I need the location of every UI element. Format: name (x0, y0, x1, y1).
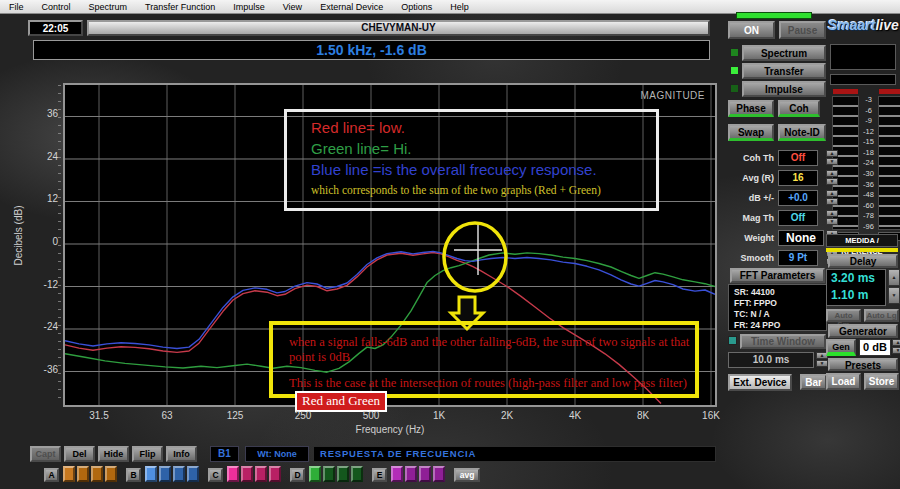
trace-swatch-e4[interactable] (433, 466, 445, 482)
transfer-led (730, 66, 739, 75)
trace-swatch-a3[interactable] (91, 466, 103, 482)
spectrum-led (730, 48, 739, 57)
menu-item-impulse[interactable]: Impulse (224, 2, 274, 12)
menu-item-spectrum[interactable]: Spectrum (80, 2, 137, 12)
level-display-upper (830, 44, 896, 70)
menu-item-help[interactable]: Help (441, 2, 478, 12)
param-spinner[interactable]: ▲▼ (826, 210, 838, 226)
auto-large-button[interactable]: Auto Lg (864, 309, 899, 322)
presets-button[interactable]: Presets (828, 358, 898, 371)
avg-button[interactable]: avg (454, 468, 480, 482)
trace-swatch-c1[interactable] (227, 466, 239, 482)
level-display-lower (830, 74, 896, 85)
trace-group-c-button[interactable]: C (208, 468, 223, 482)
fft-info-line: TC: N / A (734, 309, 826, 320)
store-button[interactable]: Store (864, 373, 899, 390)
spectrum-mode-button[interactable]: Spectrum (742, 45, 826, 61)
gen-button[interactable]: Gen (826, 339, 856, 356)
trace-swatch-b1[interactable] (145, 466, 157, 482)
trace-swatch-d4[interactable] (351, 466, 363, 482)
x-tick-label: 4K (569, 410, 581, 421)
trace-group-a-button[interactable]: A (44, 468, 59, 482)
param-value-weight[interactable]: None (778, 230, 824, 246)
menu-item-external-device[interactable]: External Device (311, 2, 392, 12)
param-value-smooth[interactable]: 9 Pt (778, 250, 818, 266)
trace-swatch-d2[interactable] (323, 466, 335, 482)
param-label: Coh Th (722, 153, 774, 163)
measure-reference-label: MEDIDA / RFERENCE (826, 234, 898, 247)
param-value-db[interactable]: +0.0 (778, 190, 818, 206)
meter-scale-value: -9 (860, 117, 877, 124)
menu-item-transfer-function[interactable]: Transfer Function (136, 2, 224, 12)
trace-swatch-d3[interactable] (337, 466, 349, 482)
trace-group-b-button[interactable]: B (126, 468, 141, 482)
trace-swatch-e3[interactable] (419, 466, 431, 482)
generator-level-display: 0 dB (859, 339, 891, 356)
y-tick-label: 36 (32, 108, 58, 119)
info-button[interactable]: Info (166, 446, 197, 462)
trace-tab-b1[interactable]: B1 (210, 446, 239, 462)
trace-group-d-button[interactable]: D (290, 468, 305, 482)
trace-swatch-b3[interactable] (173, 466, 185, 482)
auto-small-button[interactable]: Auto Sm (826, 309, 861, 322)
trace-swatch-c3[interactable] (255, 466, 267, 482)
trace-swatch-b4[interactable] (187, 466, 199, 482)
param-value-cohth[interactable]: Off (778, 150, 818, 166)
delay-spinner[interactable]: ▲▼ (888, 269, 900, 306)
trace-swatch-e2[interactable] (405, 466, 417, 482)
meter-scale-value: -30 (860, 170, 877, 177)
smaartlive-logo: Smaartlive (828, 17, 900, 37)
bar-button[interactable]: Bar (800, 374, 827, 390)
input-meter-right (878, 96, 900, 230)
generator-level-spinner[interactable]: ▲▼ (892, 339, 900, 355)
x-tick-label: 1K (433, 410, 445, 421)
param-value-avgr[interactable]: 16 (778, 170, 818, 186)
trace-group-e-button[interactable]: E (372, 468, 387, 482)
x-tick-label: 8K (637, 410, 649, 421)
trace-swatch-e1[interactable] (391, 466, 403, 482)
param-label: Mag Th (722, 213, 774, 223)
generator-button[interactable]: Generator (828, 324, 898, 338)
x-tick-label: 63 (161, 410, 172, 421)
legend-note-text: which corresponds to the sum of the two … (311, 180, 656, 200)
param-spinner[interactable]: ▲▼ (826, 170, 838, 186)
phase-button[interactable]: Phase (728, 100, 774, 117)
red-green-badge: Red and Green (295, 391, 387, 412)
trace-swatch-a2[interactable] (77, 466, 89, 482)
x-tick-label: 250 (295, 410, 312, 421)
param-spinner[interactable]: ▲▼ (826, 150, 838, 166)
fft-parameters-button[interactable]: FFT Parameters (730, 268, 825, 283)
hide-button[interactable]: Hide (98, 446, 129, 462)
menu-item-options[interactable]: Options (392, 2, 441, 12)
x-axis-label: Frequency (Hz) (330, 424, 450, 435)
flip-button[interactable]: Flip (132, 446, 163, 462)
trace-swatch-b2[interactable] (159, 466, 171, 482)
callout-annotation-box: when a signal falls-6dB and the other fa… (269, 321, 699, 398)
weighting-field[interactable]: Wt: None (245, 446, 309, 462)
trace-swatch-a1[interactable] (63, 466, 75, 482)
trace-title-field[interactable]: RESPUESTA DE FRECUENCIA (313, 446, 716, 462)
time-window-button[interactable]: Time Window (740, 334, 826, 349)
trace-swatch-a4[interactable] (105, 466, 117, 482)
param-value-magth[interactable]: Off (778, 210, 818, 226)
coh-button[interactable]: Coh (778, 100, 820, 117)
pause-button[interactable]: Pause (779, 21, 826, 39)
ext-device-button[interactable]: Ext. Device (728, 374, 792, 391)
param-spinner[interactable]: ▲▼ (826, 190, 838, 206)
note-id-button[interactable]: Note-ID (778, 124, 826, 141)
session-title-bar: CHEVYMAN-UY (87, 20, 710, 36)
impulse-mode-button[interactable]: Impulse (742, 81, 826, 97)
transfer-mode-button[interactable]: Transfer (742, 63, 826, 79)
menu-item-file[interactable]: File (0, 2, 33, 12)
load-button[interactable]: Load (826, 373, 861, 390)
menu-item-control[interactable]: Control (33, 2, 80, 12)
delay-button[interactable]: Delay (828, 254, 898, 268)
swap-button[interactable]: Swap (728, 124, 774, 141)
trace-swatch-d1[interactable] (309, 466, 321, 482)
del-button[interactable]: Del (64, 446, 95, 462)
trace-swatch-c2[interactable] (241, 466, 253, 482)
on-button[interactable]: ON (728, 21, 775, 39)
menu-item-view[interactable]: View (274, 2, 311, 12)
capt-button[interactable]: Capt (30, 446, 61, 462)
trace-swatch-c4[interactable] (269, 466, 281, 482)
